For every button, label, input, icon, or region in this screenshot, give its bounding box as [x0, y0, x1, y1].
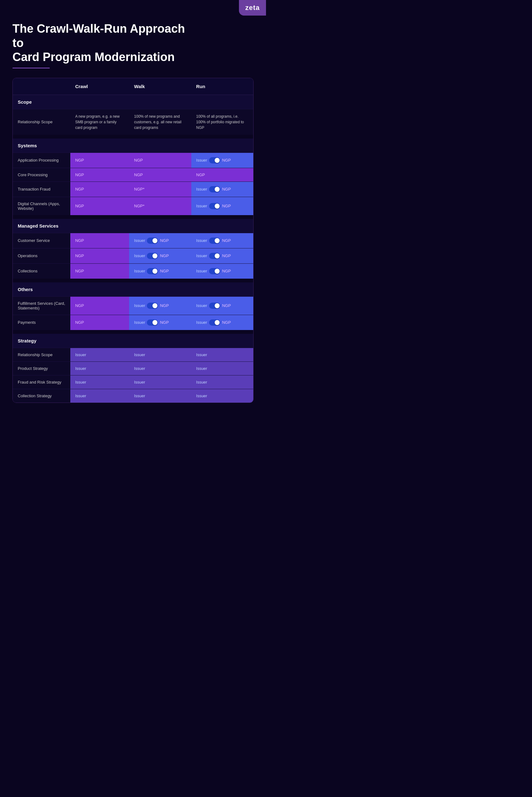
table-row: Fulfillment Services (Card, Statements)N…	[13, 296, 253, 315]
toggle-cell: Issuer NGP	[196, 238, 248, 244]
toggle-knob	[152, 303, 157, 308]
table-row: Collection StrategyIssuerIssuerIssuer	[13, 389, 253, 403]
section-spacer	[13, 215, 253, 219]
ngp-label: NGP	[75, 172, 84, 177]
toggle-knob	[215, 158, 220, 163]
toggle-switch[interactable]	[209, 303, 220, 309]
toggle-switch[interactable]	[209, 238, 220, 244]
ngp-label: NGP	[75, 269, 84, 273]
ngp-label: NGP	[134, 158, 143, 163]
toggle-knob	[152, 320, 157, 325]
row-label: Product Strategy	[13, 362, 70, 375]
strategy-label: Issuer	[134, 352, 145, 357]
table-row: Transaction FraudNGPNGP* Issuer NGP	[13, 182, 253, 197]
strategy-label: Issuer	[196, 380, 207, 385]
toggle-cell: Issuer NGP	[196, 203, 248, 209]
ngp-label: NGP	[75, 238, 84, 243]
section-row: Managed Services	[13, 219, 253, 233]
toggle-knob	[215, 303, 220, 308]
toggle-cell: Issuer NGP	[134, 303, 186, 309]
toggle-cell: Issuer NGP	[134, 253, 186, 259]
ngp-label: NGP	[134, 172, 143, 177]
ngp-label: NGP	[75, 320, 84, 325]
toggle-knob	[152, 254, 157, 258]
toggle-cell: Issuer NGP	[134, 238, 186, 244]
row-label: Core Processing	[13, 168, 70, 182]
strategy-label: Issuer	[75, 393, 86, 398]
toggle-knob	[215, 269, 220, 274]
toggle-cell: Issuer NGP	[196, 186, 248, 192]
ngp-label: NGP	[75, 187, 84, 191]
toggle-cell: Issuer NGP	[196, 157, 248, 164]
table-row: Relationship ScopeIssuerIssuerIssuer	[13, 348, 253, 362]
table-row: Digital Channels (Apps, Website)NGPNGP* …	[13, 197, 253, 215]
row-label: Collection Strategy	[13, 389, 70, 403]
table-row: Core ProcessingNGPNGPNGP	[13, 168, 253, 182]
ngp-label: NGP*	[134, 204, 144, 208]
title-underline	[13, 68, 50, 69]
scope-text: 100% of all programs, i.e. 100% of portf…	[196, 114, 244, 130]
table-row: Application ProcessingNGPNGP Issuer NGP	[13, 152, 253, 168]
table-row: Fraud and Risk StrategyIssuerIssuerIssue…	[13, 375, 253, 389]
toggle-cell: Issuer NGP	[196, 319, 248, 326]
row-label: Collections	[13, 263, 70, 279]
toggle-cell: Issuer NGP	[134, 268, 186, 274]
scope-text: 100% of new programs and customers, e.g.…	[134, 114, 182, 130]
toggle-switch[interactable]	[209, 268, 220, 274]
strategy-label: Issuer	[134, 366, 145, 371]
col-header-label	[13, 78, 70, 95]
toggle-knob	[215, 238, 220, 243]
toggle-switch[interactable]	[147, 253, 158, 259]
ngp-label: NGP	[196, 172, 205, 177]
toggle-switch[interactable]	[209, 157, 220, 164]
row-label: Relationship Scope	[13, 109, 70, 135]
row-label: Payments	[13, 315, 70, 330]
section-spacer	[13, 330, 253, 334]
toggle-cell: Issuer NGP	[196, 268, 248, 274]
table-row: OperationsNGP Issuer NGP Issuer NGP	[13, 248, 253, 263]
col-header-walk: Walk	[129, 78, 191, 95]
ngp-label: NGP	[75, 303, 84, 308]
toggle-switch[interactable]	[147, 319, 158, 326]
strategy-label: Issuer	[196, 393, 207, 398]
toggle-knob	[215, 254, 220, 258]
row-label: Fulfillment Services (Card, Statements)	[13, 296, 70, 315]
toggle-cell: Issuer NGP	[196, 303, 248, 309]
toggle-switch[interactable]	[209, 319, 220, 326]
row-label: Operations	[13, 248, 70, 263]
table-row: PaymentsNGP Issuer NGP Issuer NGP	[13, 315, 253, 330]
header-row: Crawl Walk Run	[13, 78, 253, 95]
strategy-label: Issuer	[75, 366, 86, 371]
logo-text: zeta	[245, 4, 260, 12]
page-title: The Crawl-Walk-Run Approach to Card Prog…	[13, 22, 199, 64]
ngp-label: NGP	[75, 254, 84, 258]
col-header-crawl: Crawl	[70, 78, 129, 95]
section-row: Scope	[13, 95, 253, 109]
toggle-knob	[215, 320, 220, 325]
table-row: Product StrategyIssuerIssuerIssuer	[13, 362, 253, 375]
toggle-switch[interactable]	[147, 268, 158, 274]
toggle-knob	[215, 204, 220, 209]
section-row: Strategy	[13, 334, 253, 348]
toggle-knob	[215, 187, 220, 192]
toggle-switch[interactable]	[209, 203, 220, 209]
toggle-switch[interactable]	[147, 303, 158, 309]
table-row: Relationship ScopeA new program, e.g. a …	[13, 109, 253, 135]
row-label: Transaction Fraud	[13, 182, 70, 197]
strategy-label: Issuer	[75, 352, 86, 357]
strategy-label: Issuer	[196, 352, 207, 357]
toggle-switch[interactable]	[147, 238, 158, 244]
toggle-switch[interactable]	[209, 186, 220, 192]
row-label: Digital Channels (Apps, Website)	[13, 197, 70, 215]
scope-text: A new program, e.g. a new SMB program or…	[75, 114, 120, 130]
toggle-knob	[152, 269, 157, 274]
section-spacer	[13, 279, 253, 282]
toggle-switch[interactable]	[209, 253, 220, 259]
row-label: Fraud and Risk Strategy	[13, 375, 70, 389]
table-row: CollectionsNGP Issuer NGP Issuer NGP	[13, 263, 253, 279]
row-label: Relationship Scope	[13, 348, 70, 362]
main-table: Crawl Walk Run ScopeRelationship ScopeA …	[13, 78, 253, 403]
toggle-knob	[152, 238, 157, 243]
ngp-label: NGP	[75, 158, 84, 163]
col-header-run: Run	[191, 78, 253, 95]
